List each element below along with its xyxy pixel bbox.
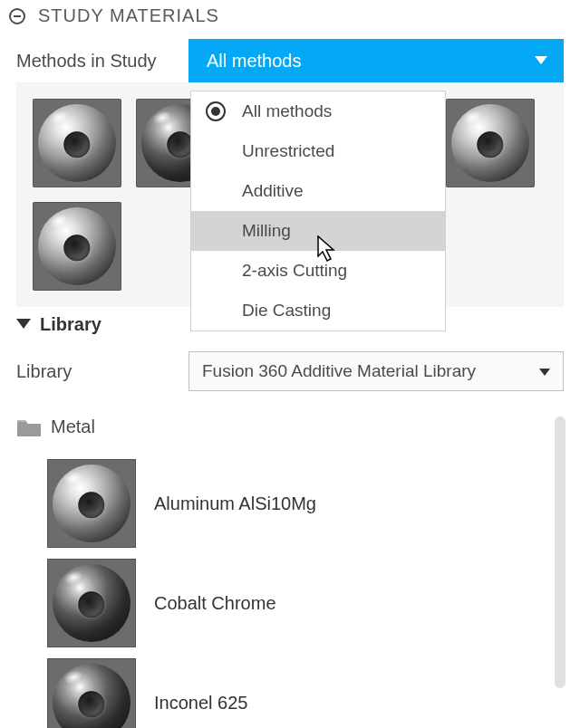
- methods-option[interactable]: 2-axis Cutting: [191, 251, 445, 291]
- library-select-label: Library: [16, 361, 188, 382]
- material-thumbnail[interactable]: [33, 99, 121, 187]
- chevron-down-icon: [539, 361, 550, 381]
- chevron-down-icon: [16, 317, 31, 333]
- methods-dropdown-value: All methods: [207, 51, 302, 72]
- material-name: Inconel 625: [154, 693, 247, 714]
- library-section-title: Library: [40, 314, 102, 335]
- panel-header: STUDY MATERIALS: [0, 0, 580, 39]
- methods-row: Methods in Study All methods: [0, 39, 580, 82]
- methods-option-label: Unrestricted: [242, 141, 334, 161]
- svg-marker-3: [539, 369, 550, 376]
- material-category-label: Metal: [51, 417, 95, 437]
- methods-option-label: Die Casting: [242, 301, 331, 321]
- methods-option[interactable]: Unrestricted: [191, 131, 445, 171]
- collapse-icon[interactable]: [9, 8, 25, 24]
- methods-option-label: All methods: [242, 101, 332, 121]
- methods-option-label: Additive: [242, 181, 304, 201]
- material-item[interactable]: Aluminum AlSi10Mg: [16, 454, 564, 553]
- methods-option-label: 2-axis Cutting: [242, 261, 347, 281]
- scrollbar[interactable]: [555, 417, 566, 688]
- panel-title: STUDY MATERIALS: [38, 5, 219, 26]
- svg-marker-2: [16, 319, 31, 329]
- material-thumbnail[interactable]: [446, 99, 535, 187]
- library-dropdown-value: Fusion 360 Additive Material Library: [202, 361, 476, 381]
- methods-dropdown[interactable]: All methods: [188, 39, 564, 82]
- material-thumbnail[interactable]: [33, 202, 121, 291]
- methods-option[interactable]: All methods: [191, 91, 445, 131]
- material-item[interactable]: Cobalt Chrome: [16, 553, 564, 653]
- chevron-down-icon: [535, 56, 547, 65]
- folder-icon: [16, 417, 42, 437]
- material-name: Aluminum AlSi10Mg: [154, 493, 316, 514]
- material-thumbnail: [47, 658, 136, 728]
- material-thumbnail: [47, 559, 136, 647]
- material-name: Cobalt Chrome: [154, 593, 276, 614]
- methods-dropdown-list: All methodsUnrestrictedAdditiveMilling2-…: [190, 91, 446, 331]
- material-browser: Metal Aluminum AlSi10MgCobalt ChromeInco…: [16, 417, 564, 728]
- methods-option[interactable]: Milling: [191, 211, 445, 251]
- library-select-row: Library Fusion 360 Additive Material Lib…: [0, 351, 580, 417]
- methods-option[interactable]: Die Casting: [191, 291, 445, 330]
- methods-option-label: Milling: [242, 221, 291, 241]
- material-item[interactable]: Inconel 625: [16, 653, 564, 728]
- material-thumbnail: [47, 459, 136, 548]
- methods-label: Methods in Study: [16, 51, 188, 72]
- radio-checked-icon: [206, 101, 226, 121]
- svg-marker-0: [535, 56, 547, 64]
- material-category[interactable]: Metal: [16, 417, 564, 454]
- methods-option[interactable]: Additive: [191, 171, 445, 211]
- library-dropdown[interactable]: Fusion 360 Additive Material Library: [188, 351, 564, 391]
